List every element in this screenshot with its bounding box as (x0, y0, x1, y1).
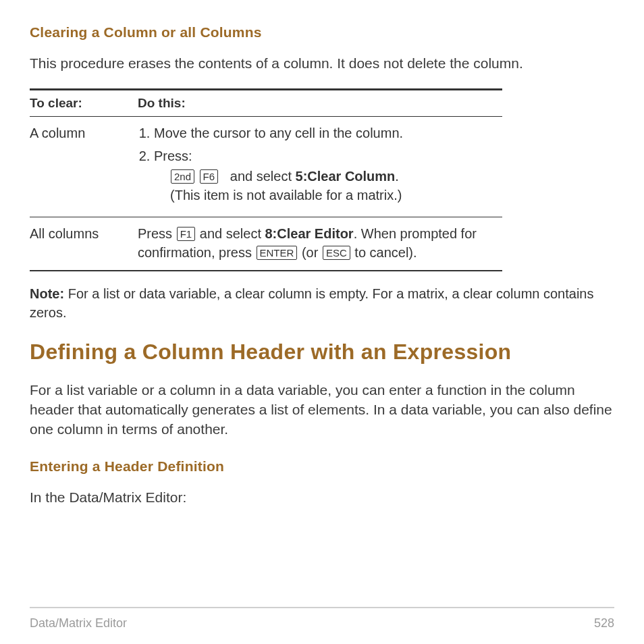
page-footer: Data/Matrix Editor 528 (30, 607, 614, 630)
procedure-table: To clear: Do this: A column Move the cur… (30, 88, 502, 271)
step-2-detail: 2nd F6 and select 5:Clear Column. (This … (170, 167, 498, 205)
step-2: Press: 2nd F6 and select 5:Clear Column.… (154, 146, 498, 205)
cell-steps-all-columns: Press F1 and select 8:Clear Editor. When… (138, 217, 502, 271)
intro-defining: For a list variable or a column in a dat… (30, 381, 614, 439)
step-1: Move the cursor to any cell in the colum… (154, 124, 498, 142)
key-f6: F6 (200, 169, 219, 184)
table-row: All columns Press F1 and select 8:Clear … (30, 217, 502, 271)
cell-label-a-column: A column (30, 116, 138, 217)
footer-title: Data/Matrix Editor (30, 616, 127, 630)
footer-page-number: 528 (594, 616, 614, 630)
page: Clearing a Column or all Columns This pr… (0, 0, 644, 644)
note: Note: For a list or data variable, a cle… (30, 285, 614, 322)
section-heading-entering: Entering a Header Definition (30, 458, 614, 475)
th-do-this: Do this: (138, 89, 502, 116)
table-row: A column Move the cursor to any cell in … (30, 116, 502, 217)
intro-entering: In the Data/Matrix Editor: (30, 488, 614, 508)
section-heading-clearing: Clearing a Column or all Columns (30, 24, 614, 41)
section-heading-defining: Defining a Column Header with an Express… (30, 340, 614, 365)
intro-clearing: This procedure erases the contents of a … (30, 54, 614, 74)
th-to-clear: To clear: (30, 89, 138, 116)
key-2nd: 2nd (171, 169, 194, 184)
step-2-note: (This item is not available for a matrix… (170, 188, 402, 203)
key-f1: F1 (177, 227, 196, 241)
cell-steps-a-column: Move the cursor to any cell in the colum… (138, 116, 502, 217)
key-esc: ESC (323, 246, 350, 260)
key-enter: ENTER (257, 246, 298, 260)
cell-label-all-columns: All columns (30, 217, 138, 271)
